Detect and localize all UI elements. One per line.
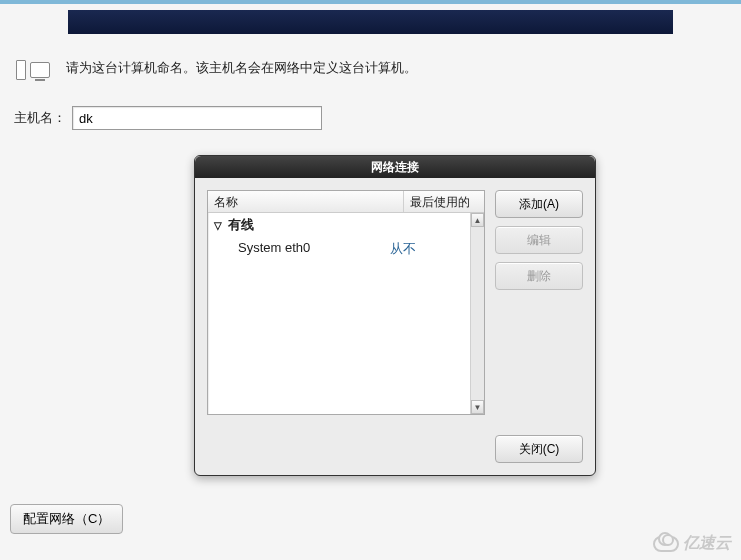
- watermark-text: 亿速云: [683, 533, 731, 554]
- computer-icon: [14, 54, 50, 82]
- chevron-down-icon[interactable]: ▽: [212, 220, 224, 231]
- dialog-body: 名称 最后使用的 ▽ 有线 System eth0 从不 ▲ ▼: [195, 178, 595, 427]
- intro-text: 请为这台计算机命名。该主机名会在网络中定义这台计算机。: [66, 59, 417, 77]
- dialog-footer: 关闭(C): [195, 427, 595, 475]
- category-wired[interactable]: ▽ 有线: [208, 213, 470, 237]
- list-body: ▽ 有线 System eth0 从不 ▲ ▼: [208, 213, 484, 414]
- configure-network-button[interactable]: 配置网络（C）: [10, 504, 123, 534]
- dialog-titlebar[interactable]: 网络连接: [195, 156, 595, 178]
- vertical-scrollbar[interactable]: ▲ ▼: [470, 213, 484, 414]
- header-banner: [68, 10, 673, 34]
- hostname-input[interactable]: [72, 106, 322, 130]
- close-button[interactable]: 关闭(C): [495, 435, 583, 463]
- delete-button: 删除: [495, 262, 583, 290]
- item-name: System eth0: [238, 240, 390, 258]
- category-label: 有线: [228, 216, 254, 234]
- intro-row: 请为这台计算机命名。该主机名会在网络中定义这台计算机。: [14, 54, 741, 82]
- add-button[interactable]: 添加(A): [495, 190, 583, 218]
- dialog-title: 网络连接: [371, 159, 419, 176]
- watermark: 亿速云: [653, 533, 731, 554]
- network-connections-dialog: 网络连接 名称 最后使用的 ▽ 有线 System eth0 从不: [194, 155, 596, 476]
- list-item[interactable]: System eth0 从不: [208, 237, 470, 261]
- col-name-header[interactable]: 名称: [208, 191, 404, 212]
- connection-list: 名称 最后使用的 ▽ 有线 System eth0 从不 ▲ ▼: [207, 190, 485, 415]
- scroll-up-icon[interactable]: ▲: [471, 213, 484, 227]
- dialog-button-column: 添加(A) 编辑 删除: [495, 190, 583, 415]
- hostname-label: 主机名：: [14, 109, 66, 127]
- item-lastused: 从不: [390, 240, 464, 258]
- accent-top-bar: [0, 0, 741, 4]
- edit-button: 编辑: [495, 226, 583, 254]
- list-header: 名称 最后使用的: [208, 191, 484, 213]
- cloud-icon: [653, 536, 679, 552]
- col-lastused-header[interactable]: 最后使用的: [404, 191, 484, 212]
- scroll-down-icon[interactable]: ▼: [471, 400, 484, 414]
- hostname-row: 主机名：: [14, 106, 741, 130]
